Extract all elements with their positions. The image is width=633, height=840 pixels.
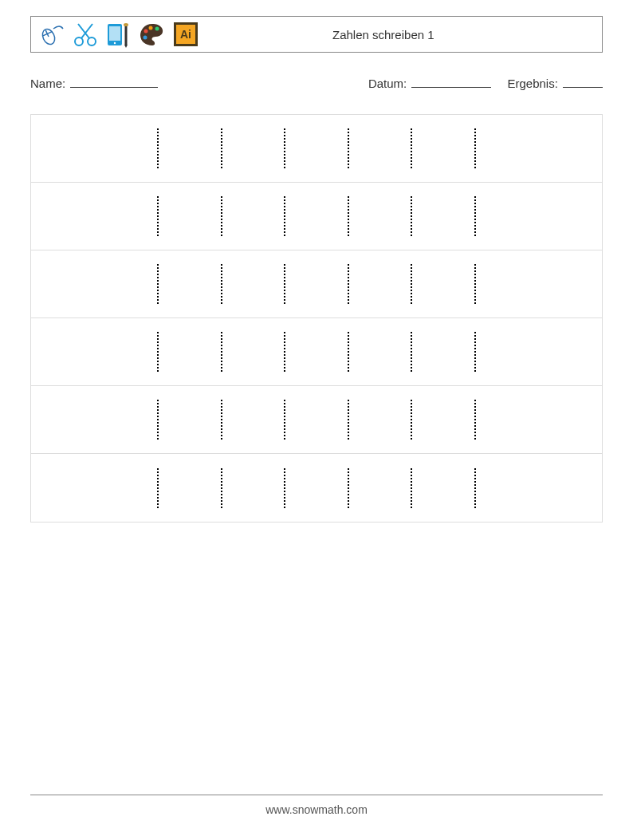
empty-cell bbox=[507, 183, 602, 250]
trace-digit-1 bbox=[474, 468, 476, 508]
tracing-cell[interactable] bbox=[443, 183, 507, 250]
tracing-cell[interactable] bbox=[380, 386, 444, 453]
ai-app-icon: Ai bbox=[170, 19, 202, 49]
trace-digit-1 bbox=[474, 196, 476, 236]
tracing-cell[interactable] bbox=[190, 115, 254, 182]
trace-digit-1 bbox=[474, 332, 476, 372]
tracing-grid bbox=[30, 114, 603, 523]
trace-digit-1 bbox=[221, 400, 222, 440]
tracing-cell[interactable] bbox=[316, 318, 380, 385]
tracing-cell[interactable] bbox=[380, 115, 444, 182]
empty-cell bbox=[507, 250, 602, 317]
tracing-cell[interactable] bbox=[380, 454, 444, 522]
empty-cell bbox=[31, 183, 126, 250]
tracing-cell[interactable] bbox=[316, 183, 380, 250]
empty-cell bbox=[31, 386, 126, 453]
tracing-cell[interactable] bbox=[126, 318, 190, 385]
footer-url: www.snowmath.com bbox=[265, 803, 368, 816]
svg-point-3 bbox=[75, 37, 83, 45]
trace-digit-1 bbox=[284, 264, 285, 304]
empty-cell bbox=[507, 386, 602, 453]
tracing-cell[interactable] bbox=[316, 115, 380, 182]
tracing-cell[interactable] bbox=[126, 183, 190, 250]
trace-digit-1 bbox=[157, 264, 159, 304]
svg-rect-8 bbox=[109, 26, 120, 41]
name-blank[interactable] bbox=[70, 77, 158, 88]
svg-point-14 bbox=[155, 27, 159, 31]
trace-digit-1 bbox=[284, 196, 285, 236]
tracing-cell[interactable] bbox=[190, 454, 254, 522]
tracing-cell[interactable] bbox=[316, 454, 380, 522]
tracing-cell[interactable] bbox=[316, 386, 380, 453]
tracing-cell[interactable] bbox=[380, 183, 444, 250]
trace-digit-1 bbox=[474, 128, 476, 168]
trace-digit-1 bbox=[474, 264, 476, 304]
footer: www.snowmath.com bbox=[0, 795, 633, 816]
tracing-cell[interactable] bbox=[190, 386, 254, 453]
empty-cell bbox=[507, 454, 602, 522]
tracing-cell[interactable] bbox=[253, 386, 316, 453]
tracing-cell[interactable] bbox=[126, 386, 190, 453]
trace-digit-1 bbox=[411, 332, 412, 372]
tracing-cell[interactable] bbox=[126, 115, 190, 182]
tracing-row bbox=[31, 250, 602, 318]
tracing-row bbox=[31, 454, 602, 522]
tracing-cell[interactable] bbox=[316, 250, 380, 317]
trace-digit-1 bbox=[157, 128, 159, 168]
tracing-cell[interactable] bbox=[190, 318, 254, 385]
trace-digit-1 bbox=[221, 332, 222, 372]
tracing-cell[interactable] bbox=[443, 386, 507, 453]
trace-digit-1 bbox=[221, 468, 222, 508]
tracing-cell[interactable] bbox=[190, 183, 254, 250]
trace-digit-1 bbox=[411, 400, 412, 440]
tracing-cell[interactable] bbox=[253, 454, 316, 522]
trace-digit-1 bbox=[348, 196, 349, 236]
tracing-cell[interactable] bbox=[190, 250, 254, 317]
tablet-brush-icon bbox=[103, 19, 135, 49]
trace-digit-1 bbox=[157, 400, 159, 440]
trace-digit-1 bbox=[348, 332, 349, 372]
trace-digit-1 bbox=[348, 264, 349, 304]
trace-digit-1 bbox=[157, 196, 159, 236]
trace-digit-1 bbox=[157, 468, 159, 508]
trace-digit-1 bbox=[284, 128, 285, 168]
trace-digit-1 bbox=[221, 196, 222, 236]
tracing-row bbox=[31, 318, 602, 386]
svg-point-4 bbox=[88, 37, 96, 45]
svg-point-12 bbox=[144, 30, 148, 34]
tracing-cell[interactable] bbox=[380, 250, 444, 317]
date-blank[interactable] bbox=[411, 77, 491, 88]
tracing-cell[interactable] bbox=[253, 250, 316, 317]
empty-cell bbox=[31, 318, 126, 385]
trace-digit-1 bbox=[348, 400, 349, 440]
trace-digit-1 bbox=[284, 468, 285, 508]
svg-point-11 bbox=[124, 23, 128, 26]
tracing-cell[interactable] bbox=[253, 115, 316, 182]
result-blank[interactable] bbox=[563, 77, 603, 88]
tracing-cell[interactable] bbox=[443, 115, 507, 182]
tracing-cell[interactable] bbox=[253, 318, 316, 385]
trace-digit-1 bbox=[284, 400, 285, 440]
date-label: Datum: bbox=[368, 77, 407, 90]
tracing-cell[interactable] bbox=[380, 318, 444, 385]
tracing-cell[interactable] bbox=[443, 454, 507, 522]
trace-digit-1 bbox=[411, 468, 412, 508]
worksheet-title: Zahlen schreiben 1 bbox=[332, 28, 434, 41]
name-label: Name: bbox=[30, 77, 65, 90]
tracing-cell[interactable] bbox=[126, 454, 190, 522]
trace-digit-1 bbox=[221, 128, 222, 168]
trace-digit-1 bbox=[411, 264, 412, 304]
tracing-cell[interactable] bbox=[253, 183, 316, 250]
tracing-row bbox=[31, 183, 602, 250]
tracing-row bbox=[31, 115, 602, 183]
tracing-cell[interactable] bbox=[443, 318, 507, 385]
trace-digit-1 bbox=[411, 196, 412, 236]
tracing-cell[interactable] bbox=[443, 250, 507, 317]
trace-digit-1 bbox=[411, 128, 412, 168]
trace-digit-1 bbox=[284, 332, 285, 372]
trace-digit-1 bbox=[221, 264, 222, 304]
scissors-icon bbox=[69, 19, 101, 49]
tracing-row bbox=[31, 386, 602, 454]
tracing-cell[interactable] bbox=[126, 250, 190, 317]
palette-icon bbox=[136, 19, 168, 49]
